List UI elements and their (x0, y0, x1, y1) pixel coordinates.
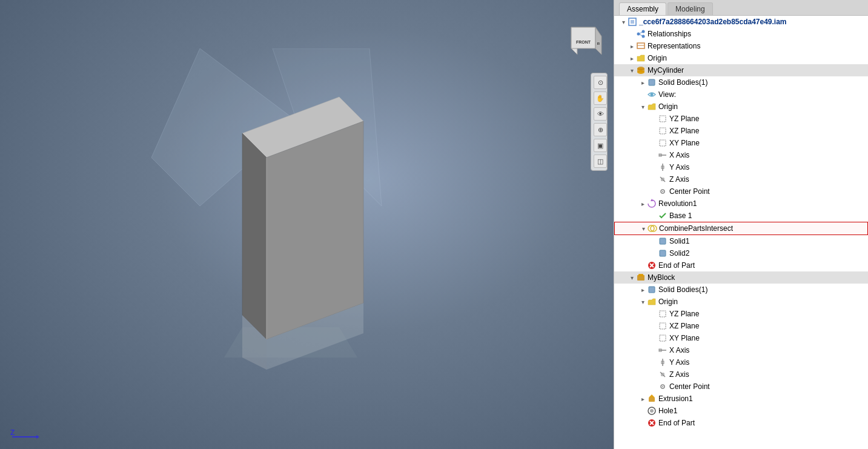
fit-tool[interactable]: ▣ (594, 139, 607, 152)
origin-cyl-toggle[interactable] (638, 102, 647, 111)
representations-toggle[interactable] (628, 42, 636, 50)
svg-point-22 (642, 30, 645, 33)
xz-plane-b-label: XZ Plane (669, 322, 866, 330)
axis-y-b-icon (658, 358, 668, 367)
svg-text:Z: Z (10, 428, 15, 437)
svg-point-21 (637, 33, 640, 36)
tree-item-xz-plane-b[interactable]: XZ Plane (614, 320, 868, 332)
tab-modeling[interactable]: Modeling (668, 2, 713, 15)
main-container: TOP FRONT R ⊙ ✋ 👁 ⊕ ▣ ◫ (0, 0, 868, 449)
z-axis-b-label: Z Axis (669, 370, 866, 379)
svg-text:FRONT: FRONT (576, 40, 591, 44)
axis-icon-y (658, 162, 668, 172)
tree-item-x-axis[interactable]: X Axis (614, 149, 868, 161)
svg-point-65 (662, 386, 663, 387)
tree-item-z-axis[interactable]: Z Axis (614, 173, 868, 185)
solid-bodies-block-toggle[interactable] (638, 285, 647, 294)
svg-marker-4 (242, 133, 267, 339)
extra-tool[interactable]: ◫ (594, 155, 607, 168)
tree-item-x-axis-b[interactable]: X Axis (614, 344, 868, 356)
tab-assembly[interactable]: Assembly (619, 2, 666, 15)
relationships-icon (636, 29, 646, 39)
origin-top-toggle[interactable] (628, 54, 636, 62)
tree-item-representations[interactable]: Representations (614, 40, 868, 52)
tree-item-z-axis-b[interactable]: Z Axis (614, 368, 868, 381)
svg-rect-53 (638, 274, 643, 276)
tree-item-end-of-part-cyl[interactable]: End of Part (614, 259, 868, 271)
xy-plane-b-label: XY Plane (669, 334, 866, 342)
mycylinder-toggle[interactable] (628, 66, 636, 75)
tree-item-xz-plane[interactable]: XZ Plane (614, 125, 868, 137)
svg-rect-56 (660, 323, 666, 329)
pan-tool[interactable]: ✋ (594, 91, 607, 105)
assembly-icon (628, 17, 637, 27)
tree-item-yz-plane-b[interactable]: YZ Plane (614, 308, 868, 320)
tree-item-solid2[interactable]: Solid2 (614, 247, 868, 259)
part-icon (636, 65, 646, 75)
root-label: _cce6f7a2888664203ad2eb85cda47e49.iam (639, 18, 866, 26)
tree-item-extrusion1[interactable]: Extrusion1 (614, 393, 868, 405)
tree-item-relationships[interactable]: Relationships (614, 28, 868, 40)
tree-item-combine-parts[interactable]: CombinePartsIntersect (614, 222, 868, 235)
svg-rect-55 (660, 311, 666, 317)
combine-toggle[interactable] (639, 224, 648, 233)
tree-root-item[interactable]: _cce6f7a2888664203ad2eb85cda47e49.iam (614, 16, 868, 28)
look-tool[interactable]: 👁 (594, 107, 607, 121)
revolution1-toggle[interactable] (638, 199, 647, 208)
svg-rect-66 (649, 397, 655, 402)
root-toggle[interactable] (619, 18, 628, 26)
plane-icon (658, 114, 668, 124)
tree-item-solid1[interactable]: Solid1 (614, 235, 868, 247)
tree-item-end-of-part-block[interactable]: End of Part (614, 417, 868, 429)
solid-bodies-toggle[interactable] (638, 78, 647, 87)
tree-item-solid-bodies-1[interactable]: Solid Bodies(1) (614, 76, 868, 88)
solid1-label: Solid1 (669, 237, 866, 245)
tree-item-revolution1[interactable]: Revolution1 (614, 198, 868, 210)
tree-item-mycylinder[interactable]: MyCylinder (614, 64, 868, 76)
svg-point-43 (662, 191, 663, 192)
svg-rect-57 (660, 335, 666, 341)
svg-marker-5 (267, 121, 363, 339)
origin-block-toggle[interactable] (638, 298, 647, 306)
tree-item-y-axis[interactable]: Y Axis (614, 161, 868, 173)
myblock-toggle[interactable] (628, 273, 636, 282)
tree-item-base1[interactable]: Base 1 (614, 210, 868, 222)
tree-item-xy-plane[interactable]: XY Plane (614, 137, 868, 149)
tree-item-origin-block[interactable]: Origin (614, 296, 868, 308)
tree-item-origin-cyl[interactable]: Origin (614, 101, 868, 113)
myblock-icon (636, 273, 646, 282)
tree-item-view[interactable]: View: (614, 88, 868, 101)
folder-block-icon (647, 297, 657, 307)
tree-item-yz-plane[interactable]: YZ Plane (614, 113, 868, 125)
tree-item-solid-bodies-block[interactable]: Solid Bodies(1) (614, 284, 868, 296)
tree-item-center-point[interactable]: Center Point (614, 185, 868, 198)
hole1-label: Hole1 (658, 407, 866, 415)
zoom-tool[interactable]: ⊕ (594, 123, 607, 136)
tree-item-xy-plane-b[interactable]: XY Plane (614, 332, 868, 344)
yz-plane-b-label: YZ Plane (669, 310, 866, 318)
viewport[interactable]: TOP FRONT R ⊙ ✋ 👁 ⊕ ▣ ◫ (0, 0, 614, 449)
tree-item-origin-top[interactable]: Origin (614, 52, 868, 64)
check-icon (658, 211, 668, 221)
y-axis-label: Y Axis (669, 163, 866, 171)
tree-item-hole1[interactable]: Hole1 (614, 405, 868, 417)
axis-icon-z (658, 175, 668, 184)
view-icon (647, 90, 657, 99)
orbit-tool[interactable]: ⊙ (594, 76, 607, 89)
folder-open-icon (647, 102, 657, 111)
end-of-part-icon (647, 261, 657, 270)
revolution-icon (647, 199, 657, 208)
svg-point-23 (642, 35, 645, 38)
tree-item-myblock[interactable]: MyBlock (614, 271, 868, 284)
origin-cyl-label: Origin (658, 102, 866, 111)
center-point-icon (658, 187, 668, 196)
tree-item-center-point-b[interactable]: Center Point (614, 381, 868, 393)
svg-marker-17 (36, 435, 39, 439)
tree-item-y-axis-b[interactable]: Y Axis (614, 356, 868, 368)
tree-panel[interactable]: _cce6f7a2888664203ad2eb85cda47e49.iam Re… (614, 16, 868, 449)
extrusion1-toggle[interactable] (638, 394, 647, 403)
axis-z-b-icon (658, 370, 668, 379)
navigation-cube[interactable]: TOP FRONT R (562, 18, 601, 58)
relationships-toggle (628, 30, 636, 38)
plane-yz-b-icon (658, 309, 668, 319)
